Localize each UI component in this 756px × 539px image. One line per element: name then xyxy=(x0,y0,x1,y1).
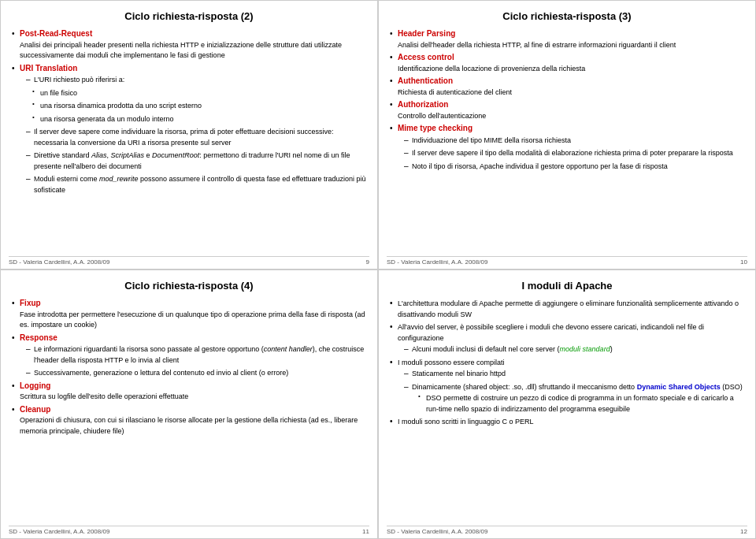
item-body: Il server deve sapere come individuare l… xyxy=(34,128,334,147)
list-item: Noto il tipo di risorsa, Apache individu… xyxy=(404,161,744,172)
list-item: Mime type checking Individuazione del ti… xyxy=(390,123,744,171)
item-body: I moduli sono scritti in linguaggio C o … xyxy=(398,418,534,426)
slide-1-title: Ciclo richiesta-risposta (2) xyxy=(12,10,366,22)
item-title: Authentication xyxy=(398,76,453,85)
footer-right: 9 xyxy=(366,258,369,266)
slide-4-content: L'architettura modulare di Apache permet… xyxy=(390,298,744,532)
list-item: Il server deve sapere come individuare l… xyxy=(26,126,366,147)
list-item: Individuazione del tipo MIME della risor… xyxy=(404,135,744,146)
item-body: Moduli esterni come mod_rewrite possono … xyxy=(34,175,366,194)
item-body: L'architettura modulare di Apache permet… xyxy=(398,299,739,318)
list-item: una risorsa generata da un modulo intern… xyxy=(32,113,366,125)
list-item: Le informazioni riguardanti la risorsa s… xyxy=(26,344,366,365)
item-title: Header Parsing xyxy=(398,29,455,38)
list-item: L'URI richiesto può riferirsi a: xyxy=(26,74,366,85)
list-item: Moduli esterni come mod_rewrite possono … xyxy=(26,173,366,195)
item-title: Post-Read-Request xyxy=(20,29,92,38)
list-item: Staticamente nel binario httpd xyxy=(404,368,744,379)
list-item: Authorization Controllo dell'autenticazi… xyxy=(390,99,744,121)
item-body: un file fisico xyxy=(40,89,77,97)
list-item: I moduli sono scritti in linguaggio C o … xyxy=(390,416,744,427)
item-body: Richiesta di autenticazione del client xyxy=(398,88,512,96)
item-title: Fixup xyxy=(20,299,41,307)
list-item: Direttive standard Alias, ScriptAlias e … xyxy=(26,150,366,171)
item-body: una risorsa dinamica prodotta da uno scr… xyxy=(40,102,202,110)
list-item: I moduli possono essere compilati Static… xyxy=(390,357,744,414)
footer-right: 10 xyxy=(740,258,747,266)
item-body: Direttive standard Alias, ScriptAlias e … xyxy=(34,151,350,170)
list-item: Il server deve sapere il tipo della moda… xyxy=(404,147,744,158)
slide-1-footer: SD - Valeria Cardellini, A.A. 2008/09 9 xyxy=(9,256,369,266)
item-body: Controllo dell'autenticazione xyxy=(398,112,486,120)
item-body: Operazioni di chiusura, con cui si rilas… xyxy=(20,416,358,435)
list-item: Post-Read-Request Analisi dei principali… xyxy=(12,28,366,61)
slide-4-title: I moduli di Apache xyxy=(390,280,744,292)
slide-2-content: Header Parsing Analisi dell'header della… xyxy=(390,28,744,262)
footer-left: SD - Valeria Cardellini, A.A. 2008/09 xyxy=(387,258,487,266)
item-body: Staticamente nel binario httpd xyxy=(412,370,506,377)
list-item: Successivamente, generazione o lettura d… xyxy=(26,367,366,378)
list-item: Alcuni moduli inclusi di default nel cor… xyxy=(404,344,744,355)
slide-1: Ciclo richiesta-risposta (2) Post-Read-R… xyxy=(0,0,378,270)
item-title: Response xyxy=(20,333,57,342)
footer-right: 12 xyxy=(740,528,747,535)
list-item: una risorsa dinamica prodotta da uno scr… xyxy=(32,100,366,111)
item-body: Noto il tipo di risorsa, Apache individu… xyxy=(412,162,668,170)
footer-right: 11 xyxy=(362,528,369,535)
list-item: DSO permette di costruire un pezzo di co… xyxy=(418,392,744,414)
item-body: Le informazioni riguardanti la risorsa s… xyxy=(34,345,364,364)
footer-left: SD - Valeria Cardellini, A.A. 2008/09 xyxy=(9,528,109,535)
item-body: All'avvio del server, è possibile scegli… xyxy=(398,323,704,342)
slide-2: Ciclo richiesta-risposta (3) Header Pars… xyxy=(378,0,756,270)
list-item: Authentication Richiesta di autenticazio… xyxy=(390,76,744,97)
item-body: L'URI richiesto può riferirsi a: xyxy=(34,76,124,84)
list-item: Dinamicamente (shared object: .so, .dll)… xyxy=(404,381,744,414)
list-item: Fixup Fase introdotta per permettere l'e… xyxy=(12,298,366,330)
item-body: una risorsa generata da un modulo intern… xyxy=(40,115,174,123)
slide-3-title: Ciclo richiesta-risposta (4) xyxy=(12,280,366,292)
slide-3-content: Fixup Fase introdotta per permettere l'e… xyxy=(12,298,366,532)
item-title: Logging xyxy=(20,381,50,390)
footer-left: SD - Valeria Cardellini, A.A. 2008/09 xyxy=(9,258,109,266)
item-title: Authorization xyxy=(398,100,448,109)
item-body: Il server deve sapere il tipo della moda… xyxy=(412,149,733,157)
list-item: All'avvio del server, è possibile scegli… xyxy=(390,322,744,355)
slide-2-footer: SD - Valeria Cardellini, A.A. 2008/09 10 xyxy=(387,256,747,266)
item-body: Analisi dei principali header presenti n… xyxy=(20,41,342,60)
item-title: Cleanup xyxy=(20,405,50,414)
item-title: Access control xyxy=(398,53,454,61)
item-body: I moduli possono essere compilati xyxy=(398,359,505,366)
item-body: Identificazione della locazione di prove… xyxy=(398,65,585,72)
list-item: Access control Identificazione della loc… xyxy=(390,52,744,73)
list-item: Header Parsing Analisi dell'header della… xyxy=(390,28,744,50)
item-body: Fase introdotta per permettere l'esecuzi… xyxy=(20,310,365,329)
item-title: Mime type checking xyxy=(398,124,472,132)
list-item: un file fisico xyxy=(32,87,366,99)
slide-3-footer: SD - Valeria Cardellini, A.A. 2008/09 11 xyxy=(9,526,369,535)
item-body: DSO permette di costruire un pezzo di co… xyxy=(426,394,734,413)
slide-3: Ciclo richiesta-risposta (4) Fixup Fase … xyxy=(0,270,378,539)
item-body: Successivamente, generazione o lettura d… xyxy=(34,369,288,377)
slide-4-footer: SD - Valeria Cardellini, A.A. 2008/09 12 xyxy=(387,526,747,535)
list-item: Cleanup Operazioni di chiusura, con cui … xyxy=(12,404,366,437)
item-body: Individuazione del tipo MIME della risor… xyxy=(412,136,571,144)
footer-left: SD - Valeria Cardellini, A.A. 2008/09 xyxy=(387,528,487,535)
item-body: Dinamicamente (shared object: .so, .dll)… xyxy=(412,383,743,391)
list-item: Logging Scrittura su logfile dell'esito … xyxy=(12,381,366,402)
item-body: Scrittura su logfile dell'esito delle op… xyxy=(20,392,188,400)
slide-2-title: Ciclo richiesta-risposta (3) xyxy=(390,10,744,22)
slide-1-content: Post-Read-Request Analisi dei principali… xyxy=(12,28,366,262)
slide-4: I moduli di Apache L'architettura modula… xyxy=(378,270,756,539)
list-item: Response Le informazioni riguardanti la … xyxy=(12,333,366,378)
list-item: URI Translation L'URI richiesto può rife… xyxy=(12,63,366,195)
list-item: L'architettura modulare di Apache permet… xyxy=(390,298,744,319)
presentation-grid: Ciclo richiesta-risposta (2) Post-Read-R… xyxy=(0,0,756,539)
item-body: Analisi dell'header della richiesta HTTP… xyxy=(398,41,676,49)
item-title: URI Translation xyxy=(20,64,77,72)
item-body: Alcuni moduli inclusi di default nel cor… xyxy=(412,345,613,353)
